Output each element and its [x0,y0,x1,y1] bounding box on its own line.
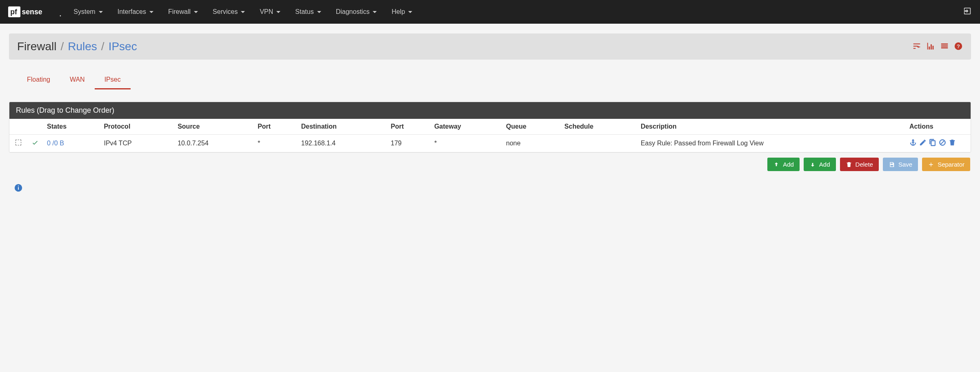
col-protocol: Protocol [100,119,173,135]
header-actions: ? [912,42,963,52]
nav-items: System Interfaces Firewall Services VPN … [66,0,420,24]
col-source: Source [173,119,253,135]
table-row[interactable]: 0 /0 B IPv4 TCP 10.0.7.254 * 192.168.1.4… [9,135,971,152]
nav-help[interactable]: Help [384,0,420,24]
tab-ipsec[interactable]: IPsec [95,71,131,89]
col-destination: Destination [297,119,387,135]
settings-sliders-icon[interactable] [912,42,921,52]
caret-down-icon [408,11,412,13]
caret-down-icon [194,11,198,13]
col-actions: Actions [905,119,971,135]
info-icon[interactable] [14,187,23,194]
save-button[interactable]: Save [883,158,918,171]
trash-icon [846,161,852,168]
arrow-down-icon [809,161,816,168]
interface-tabs: Floating WAN IPsec [9,67,971,89]
rules-panel: Rules (Drag to Change Order) States Prot… [9,102,971,153]
disable-ban-icon[interactable] [939,139,946,148]
col-select [9,119,27,135]
svg-rect-5 [18,187,19,189]
col-dport: Port [387,119,430,135]
caret-down-icon [241,11,245,13]
delete-button[interactable]: Delete [840,158,879,171]
brand-right-text: sense [22,8,42,16]
tab-wan[interactable]: WAN [60,71,95,89]
nav-system[interactable]: System [66,0,110,24]
breadcrumb-sep: / [101,40,104,53]
add-bottom-button[interactable]: Add [804,158,836,171]
separator-button[interactable]: Separator [922,158,970,171]
help-icon[interactable]: ? [954,42,963,52]
save-floppy-icon [889,161,895,168]
footer-buttons: Add Add Delete Save Separator [9,158,971,171]
copy-icon[interactable] [929,139,936,148]
row-actions [909,139,967,148]
nav-diagnostics[interactable]: Diagnostics [329,0,384,24]
col-gateway: Gateway [430,119,502,135]
nav-firewall[interactable]: Firewall [161,0,205,24]
brand-left-text: pf [10,8,17,16]
col-status [27,119,43,135]
arrow-up-icon [773,161,780,168]
cell-sport: * [253,135,297,152]
top-navbar: pf sense System Interfaces Firewall Serv… [0,0,980,24]
col-sport: Port [253,119,297,135]
header-panel: Firewall / Rules / IPsec ? [9,33,971,60]
cell-protocol: IPv4 TCP [100,135,173,152]
add-top-button[interactable]: Add [767,158,800,171]
caret-down-icon [149,11,153,13]
nav-vpn[interactable]: VPN [252,0,288,24]
svg-point-1 [60,15,61,16]
cell-dport: 179 [387,135,430,152]
svg-text:?: ? [957,43,960,49]
caret-down-icon [276,11,280,13]
cell-queue: none [502,135,560,152]
delete-trash-icon[interactable] [949,139,956,148]
brand-logo[interactable]: pf sense [8,6,62,18]
rules-table: States Protocol Source Port Destination … [9,119,971,152]
nav-status[interactable]: Status [288,0,328,24]
edit-pencil-icon[interactable] [919,139,927,148]
col-states: States [43,119,100,135]
bar-chart-icon[interactable] [926,42,935,52]
svg-rect-6 [18,186,19,187]
row-select-checkbox[interactable] [16,140,21,145]
navbar-left: pf sense System Interfaces Firewall Serv… [8,0,420,24]
caret-down-icon [373,11,377,13]
log-list-icon[interactable] [940,42,949,52]
plus-icon [928,161,934,168]
nav-interfaces[interactable]: Interfaces [110,0,161,24]
cell-source: 10.0.7.254 [173,135,253,152]
pass-check-icon [31,140,39,147]
info-row [9,183,971,194]
logout-icon[interactable] [963,7,972,18]
col-queue: Queue [502,119,560,135]
caret-down-icon [317,11,321,13]
breadcrumb-root: Firewall [17,40,56,53]
col-schedule: Schedule [560,119,637,135]
breadcrumb-ipsec[interactable]: IPsec [109,40,137,53]
cell-schedule [560,135,637,152]
states-link[interactable]: 0 /0 B [47,140,64,147]
caret-down-icon [99,11,103,13]
breadcrumb-sep: / [60,40,64,53]
col-description: Description [637,119,905,135]
tab-floating[interactable]: Floating [17,71,60,89]
breadcrumb-rules[interactable]: Rules [68,40,97,53]
panel-title: Rules (Drag to Change Order) [9,102,971,119]
cell-gateway: * [430,135,502,152]
nav-services[interactable]: Services [205,0,252,24]
cell-destination: 192.168.1.4 [297,135,387,152]
cell-description: Easy Rule: Passed from Firewall Log View [637,135,905,152]
breadcrumb: Firewall / Rules / IPsec [17,40,137,53]
anchor-icon[interactable] [909,139,917,148]
page: Firewall / Rules / IPsec ? Floating WAN … [0,24,980,203]
